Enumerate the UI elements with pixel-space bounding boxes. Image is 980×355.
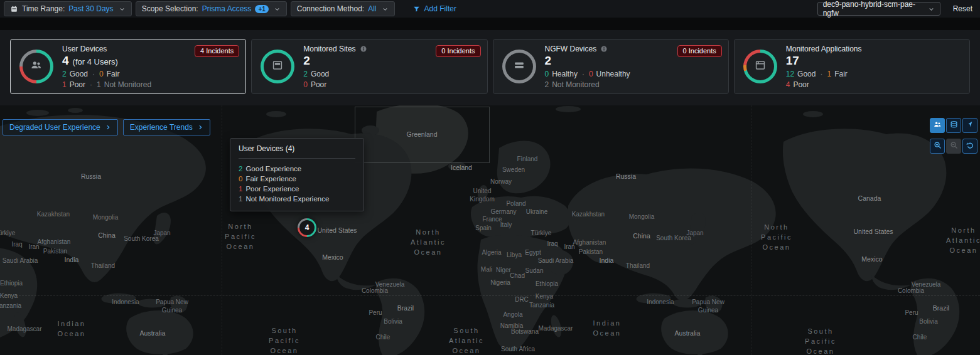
connection-method-filter[interactable]: Connection Method: All	[291, 1, 395, 16]
users-icon	[933, 120, 942, 132]
layers-icon	[949, 120, 959, 132]
device-cluster-count: 4	[305, 223, 310, 232]
chevron-right-icon	[197, 124, 203, 130]
add-filter-button[interactable]: Add Filter	[412, 4, 456, 13]
device-selector-value: dec9-pano-hybrid-scm-pae-ngfw	[823, 0, 927, 18]
connection-method-value: All	[368, 4, 376, 13]
scope-extra-count-badge: +1	[255, 5, 268, 13]
stat-label: Poor	[793, 80, 809, 89]
stat-line: 2Not Monitored	[545, 80, 630, 89]
zoom-in-icon	[933, 140, 942, 152]
stat-label: Poor	[311, 80, 326, 89]
card-value: 2	[545, 54, 552, 68]
tooltip-row-label: Fair Experience	[245, 174, 296, 184]
map-landmasses	[0, 105, 980, 355]
card-value: 4	[62, 54, 69, 68]
show-user-devices-button[interactable]	[930, 118, 945, 133]
card-value: 17	[786, 54, 799, 68]
stat-line: 2Good·0Fair	[62, 70, 151, 78]
map-pointer-button[interactable]	[962, 118, 977, 133]
users-icon	[30, 58, 43, 75]
filter-bar: Time Range: Past 30 Days Scope Selection…	[0, 0, 980, 18]
donut-hole	[23, 53, 50, 80]
map-tooltip: User Devices (4) 2Good Experience0Fair E…	[230, 138, 364, 211]
stat-count: 4	[786, 80, 790, 89]
dot-separator: ·	[820, 70, 822, 78]
stat-label: Poor	[70, 80, 85, 89]
incidents-badge[interactable]: 0 Incidents	[436, 45, 480, 57]
stat-label: Fair	[107, 70, 120, 78]
health-donut	[19, 50, 53, 83]
zoom-out-button	[946, 139, 961, 154]
donut-hole	[264, 53, 291, 80]
apps-icon	[753, 58, 767, 75]
summary-card-monitored-sites[interactable]: Monitored Sites22Good0Poor0 Incidents	[251, 39, 487, 94]
stat-count: 2	[239, 164, 242, 174]
health-donut	[743, 50, 777, 83]
incidents-badge[interactable]: 4 Incidents	[195, 45, 239, 57]
card-title: User Devices	[62, 45, 107, 53]
card-title: Monitored Applications	[786, 45, 862, 53]
chevron-down-icon	[382, 6, 389, 13]
device-selector[interactable]: dec9-pano-hybrid-scm-pae-ngfw	[817, 2, 940, 16]
degraded-user-experience-button[interactable]: Degraded User Experience	[3, 119, 118, 135]
tooltip-row-label: Not Monitored Experience	[245, 194, 329, 204]
world-map[interactable]: RussiaKazakhstanMongoliaChinaSouth Korea…	[0, 105, 980, 355]
info-icon	[360, 45, 367, 53]
time-range-label: Time Range:	[22, 4, 65, 13]
time-range-filter[interactable]: Time Range: Past 30 Days	[4, 1, 132, 16]
tooltip-row: 0Fair Experience	[239, 174, 355, 184]
chevron-down-icon	[274, 6, 281, 13]
device-cluster-marker[interactable]: 4	[298, 218, 316, 237]
tooltip-row: 2Good Experience	[239, 164, 355, 174]
stat-label: Unhealthy	[596, 70, 630, 78]
funnel-icon	[412, 5, 421, 13]
pointer-icon	[966, 120, 975, 132]
reset-button[interactable]: Reset	[953, 4, 972, 13]
dot-separator: ·	[90, 80, 92, 89]
scope-selection-filter[interactable]: Scope Selection: Prisma Access +1	[136, 1, 287, 16]
map-layers-button[interactable]	[946, 118, 961, 133]
stat-label: Good	[311, 70, 329, 78]
map-tooltip-title: User Devices (4)	[239, 144, 355, 159]
dot-separator: ·	[582, 70, 584, 78]
stat-label: Healthy	[552, 70, 578, 78]
experience-trends-button[interactable]: Experience Trends	[123, 119, 210, 135]
zoom-in-button[interactable]	[930, 139, 945, 154]
ngfw-icon	[512, 58, 526, 75]
summary-card-monitored-applications[interactable]: Monitored Applications1712Good·1Fair4Poo…	[734, 39, 970, 94]
donut-hole	[505, 53, 533, 80]
stat-count: 0	[303, 80, 308, 89]
map-graticule-rect	[355, 107, 490, 163]
card-value-suffix: (for 4 Users)	[73, 57, 118, 66]
tooltip-row: 1Poor Experience	[239, 184, 355, 194]
dot-separator: ·	[92, 70, 95, 78]
summary-card-user-devices[interactable]: User Devices4(for 4 Users)2Good·0Fair1Po…	[10, 39, 246, 94]
add-filter-label: Add Filter	[424, 4, 456, 13]
health-donut	[261, 50, 294, 83]
stat-line: 2Good	[303, 70, 367, 78]
chevron-down-icon	[928, 6, 935, 13]
nav-button-label: Experience Trends	[130, 123, 193, 132]
connection-method-label: Connection Method:	[297, 4, 364, 13]
stat-label: Fair	[834, 70, 848, 78]
stat-count: 0	[545, 70, 549, 78]
summary-cards-band: User Devices4(for 4 Users)2Good·0Fair1Po…	[0, 30, 980, 105]
stat-count: 1	[97, 80, 101, 89]
stat-count: 1	[239, 194, 242, 204]
incidents-badge[interactable]: 0 Incidents	[677, 45, 722, 57]
equator-gridline	[0, 295, 980, 296]
summary-card-ngfw-devices[interactable]: NGFW Devices20Healthy·0Unhealthy2Not Mon…	[493, 39, 729, 94]
card-title: Monitored Sites	[303, 45, 355, 53]
stat-count: 12	[786, 70, 794, 78]
stat-line: 1Poor·1Not Monitored	[62, 80, 151, 89]
stat-count: 2	[62, 70, 67, 78]
info-icon	[600, 45, 608, 53]
stat-line: 0Poor	[303, 80, 367, 89]
card-title: NGFW Devices	[545, 45, 597, 53]
reset-view-button[interactable]	[962, 139, 977, 154]
nav-button-label: Degraded User Experience	[9, 123, 100, 132]
stat-count: 2	[303, 70, 308, 78]
reset-view-icon	[966, 140, 975, 152]
stat-count: 1	[239, 184, 242, 194]
